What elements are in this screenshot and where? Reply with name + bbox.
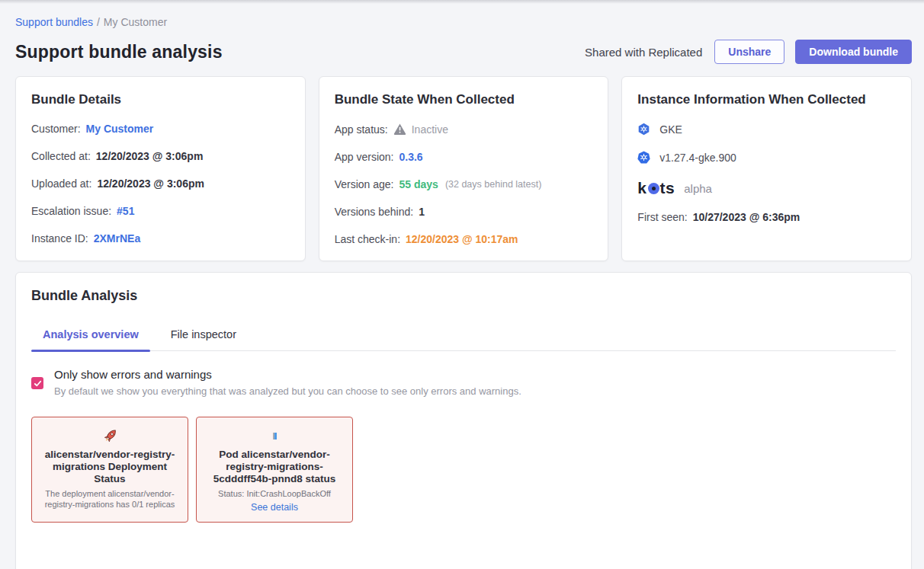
result-message: The deployment alicenstar/vendor-registr… <box>40 489 180 510</box>
k8s-version-value: v1.27.4-gke.900 <box>659 152 736 164</box>
version-age-label: Version age: <box>335 178 394 190</box>
bundle-analysis-title: Bundle Analysis <box>31 288 896 304</box>
page-header: Support bundle analysis Shared with Repl… <box>15 40 912 64</box>
broken-image-icon <box>204 426 345 446</box>
collected-at-value: 12/20/2023 @ 3:06pm <box>96 150 204 162</box>
instance-info-card: Instance Information When Collected GKE … <box>621 76 912 261</box>
version-age-value: 55 days <box>399 178 438 190</box>
filter-text-block: Only show errors and warnings By default… <box>54 368 521 397</box>
filter-label[interactable]: Only show errors and warnings <box>54 368 521 381</box>
bundle-details-card: Bundle Details Customer: My Customer Col… <box>15 76 306 261</box>
analysis-results: alicenstar/vendor-registry-migrations De… <box>31 417 896 523</box>
app-status-row: App status: Inactive <box>335 123 593 136</box>
escalation-issue-link[interactable]: #51 <box>117 205 134 217</box>
analysis-result-deployment[interactable]: alicenstar/vendor-registry-migrations De… <box>31 417 188 523</box>
app-status-label: App status: <box>335 123 388 136</box>
versions-behind-label: Versions behind: <box>335 206 414 218</box>
app-version-label: App version: <box>335 151 394 163</box>
k8s-version-row: v1.27.4-gke.900 <box>637 151 896 164</box>
uploaded-at-row: Uploaded at: 12/20/2023 @ 3:06pm <box>31 177 290 190</box>
instance-id-row: Instance ID: 2XMrNEa <box>31 232 290 245</box>
kots-logo-o-icon <box>648 183 659 194</box>
analysis-tabs: Analysis overview File inspector <box>31 328 896 351</box>
result-title: alicenstar/vendor-registry-migrations De… <box>40 449 180 485</box>
see-details-link[interactable]: See details <box>204 502 345 513</box>
versions-behind-row: Versions behind: 1 <box>335 206 593 218</box>
kots-logo: kts <box>637 179 675 197</box>
unshare-button[interactable]: Unshare <box>714 40 784 64</box>
tab-analysis-overview[interactable]: Analysis overview <box>31 328 150 350</box>
warning-icon <box>393 123 406 136</box>
first-seen-label: First seen: <box>637 211 687 223</box>
download-bundle-button[interactable]: Download bundle <box>795 40 912 64</box>
version-age-row: Version age: 55 days (32 days behind lat… <box>335 178 593 190</box>
collected-at-label: Collected at: <box>31 150 91 162</box>
breadcrumb-separator: / <box>97 16 100 28</box>
last-checkin-label: Last check-in: <box>335 233 400 245</box>
only-errors-checkbox[interactable] <box>31 377 43 389</box>
kots-logo-ts: ts <box>660 179 675 197</box>
instance-info-title: Instance Information When Collected <box>637 92 896 107</box>
kubernetes-icon <box>637 151 650 164</box>
instance-id-link[interactable]: 2XMrNEa <box>94 232 140 245</box>
kots-logo-k: k <box>637 179 646 197</box>
app-status-value: Inactive <box>412 123 448 136</box>
collected-at-row: Collected at: 12/20/2023 @ 3:06pm <box>31 150 290 162</box>
breadcrumb: Support bundles/My Customer <box>15 16 912 28</box>
result-title: Pod alicenstar/vendor-registry-migration… <box>204 449 345 485</box>
uploaded-at-value: 12/20/2023 @ 3:06pm <box>97 177 204 190</box>
rocket-icon <box>40 426 180 446</box>
versions-behind-value: 1 <box>419 206 425 218</box>
breadcrumb-support-bundles-link[interactable]: Support bundles <box>15 16 93 28</box>
breadcrumb-current: My Customer <box>104 16 167 28</box>
bundle-details-title: Bundle Details <box>31 92 290 107</box>
bundle-state-title: Bundle State When Collected <box>335 92 593 107</box>
filter-description: By default we show you everything that w… <box>54 385 521 397</box>
header-actions: Shared with Replicated Unshare Download … <box>585 40 912 64</box>
app-version-row: App version: 0.3.6 <box>335 151 593 163</box>
customer-label: Customer: <box>31 123 81 135</box>
bundle-analysis-card: Bundle Analysis Analysis overview File i… <box>15 272 912 569</box>
last-checkin-value: 12/20/2023 @ 10:17am <box>406 233 518 245</box>
escalation-issue-row: Escalation issue: #51 <box>31 205 290 217</box>
page-title: Support bundle analysis <box>15 42 223 62</box>
kots-row: kts alpha <box>637 179 896 197</box>
customer-link[interactable]: My Customer <box>86 123 154 135</box>
first-seen-row: First seen: 10/27/2023 @ 6:36pm <box>637 211 896 223</box>
top-shadow <box>0 0 924 4</box>
uploaded-at-label: Uploaded at: <box>31 177 91 190</box>
support-bundle-page: Support bundles/My Customer Support bund… <box>0 16 924 569</box>
shared-status-text: Shared with Replicated <box>585 46 702 59</box>
bundle-state-card: Bundle State When Collected App status: … <box>319 76 609 261</box>
analysis-result-pod[interactable]: Pod alicenstar/vendor-registry-migration… <box>196 417 353 523</box>
version-age-note: (32 days behind latest) <box>445 179 541 190</box>
tab-file-inspector[interactable]: File inspector <box>159 328 248 350</box>
result-message: Status: Init:CrashLoopBackOff <box>204 489 345 500</box>
errors-warnings-filter: Only show errors and warnings By default… <box>31 368 896 397</box>
app-version-link[interactable]: 0.3.6 <box>399 151 422 163</box>
last-checkin-row: Last check-in: 12/20/2023 @ 10:17am <box>335 233 593 245</box>
escalation-issue-label: Escalation issue: <box>31 205 111 217</box>
instance-id-label: Instance ID: <box>31 232 88 245</box>
info-cards-row: Bundle Details Customer: My Customer Col… <box>15 76 912 261</box>
gke-icon <box>637 123 650 136</box>
distribution-row: GKE <box>637 123 896 136</box>
customer-row: Customer: My Customer <box>31 123 290 135</box>
kots-channel: alpha <box>684 182 712 195</box>
distribution-value: GKE <box>659 123 682 136</box>
first-seen-value: 10/27/2023 @ 6:36pm <box>693 211 800 223</box>
